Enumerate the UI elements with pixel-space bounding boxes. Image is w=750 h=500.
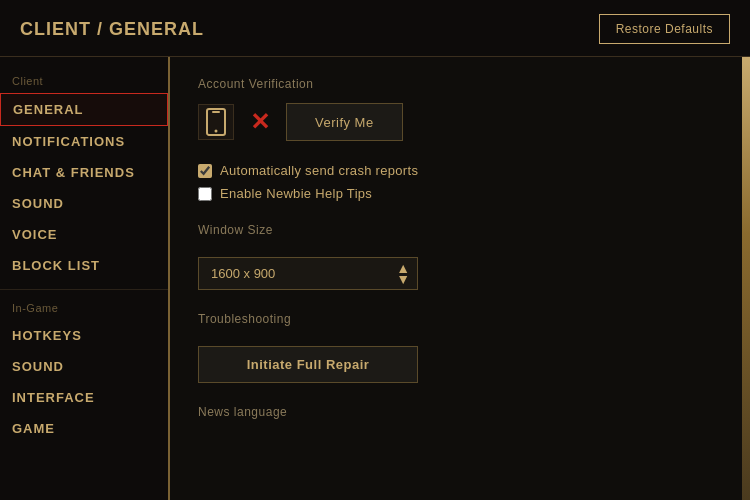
title-prefix: CLIENT / [20, 19, 109, 39]
sidebar-item-sound-ig[interactable]: SOUND [0, 351, 168, 382]
title-main: GENERAL [109, 19, 204, 39]
ingame-section-label: In-Game [0, 298, 168, 320]
verify-me-button[interactable]: Verify Me [286, 103, 403, 141]
sidebar-item-hotkeys[interactable]: HOTKEYS [0, 320, 168, 351]
sidebar-item-chat-friends[interactable]: CHAT & FRIENDS [0, 157, 168, 188]
troubleshooting-title: Troubleshooting [198, 312, 714, 326]
sidebar-item-sound[interactable]: SOUND [0, 188, 168, 219]
right-scroll-bar [742, 57, 750, 500]
newbie-help-checkbox[interactable] [198, 187, 212, 201]
window-size-section: Window Size 1280 x 720 1600 x 900 1920 x… [198, 223, 714, 290]
account-verification-section: Account Verification ✕ Verify Me [198, 77, 714, 141]
page-title: CLIENT / GENERAL [20, 19, 204, 40]
sidebar-item-game[interactable]: GAME [0, 413, 168, 444]
client-section-label: Client [0, 71, 168, 93]
sidebar-item-general[interactable]: GENERAL [0, 93, 168, 126]
news-language-section: News language [198, 405, 714, 419]
checkbox-section: Automatically send crash reports Enable … [198, 163, 714, 201]
sidebar-item-block-list[interactable]: BLOCK LIST [0, 250, 168, 281]
crash-reports-row: Automatically send crash reports [198, 163, 714, 178]
x-icon: ✕ [244, 106, 276, 138]
sidebar-item-notifications[interactable]: NOTIFICATIONS [0, 126, 168, 157]
window-size-select-wrapper: 1280 x 720 1600 x 900 1920 x 1080 ▲ ▼ [198, 257, 418, 290]
content-area: Account Verification ✕ Verify Me Automat… [170, 57, 742, 500]
account-verification-title: Account Verification [198, 77, 714, 91]
main-layout: Client GENERAL NOTIFICATIONS CHAT & FRIE… [0, 57, 750, 500]
header: CLIENT / GENERAL Restore Defaults [0, 0, 750, 57]
phone-icon [198, 104, 234, 140]
news-language-title: News language [198, 405, 714, 419]
sidebar-item-interface[interactable]: INTERFACE [0, 382, 168, 413]
crash-reports-checkbox[interactable] [198, 164, 212, 178]
sidebar-item-voice[interactable]: VOICE [0, 219, 168, 250]
restore-defaults-button[interactable]: Restore Defaults [599, 14, 730, 44]
crash-reports-label: Automatically send crash reports [220, 163, 418, 178]
newbie-help-row: Enable Newbie Help Tips [198, 186, 714, 201]
window-size-select[interactable]: 1280 x 720 1600 x 900 1920 x 1080 [198, 257, 418, 290]
verification-row: ✕ Verify Me [198, 103, 714, 141]
sidebar-divider [0, 289, 168, 290]
sidebar: Client GENERAL NOTIFICATIONS CHAT & FRIE… [0, 57, 170, 500]
window-size-title: Window Size [198, 223, 714, 237]
newbie-help-label: Enable Newbie Help Tips [220, 186, 372, 201]
initiate-repair-button[interactable]: Initiate Full Repair [198, 346, 418, 383]
troubleshooting-section: Troubleshooting Initiate Full Repair [198, 312, 714, 383]
svg-rect-1 [212, 111, 220, 113]
svg-point-2 [215, 130, 218, 133]
